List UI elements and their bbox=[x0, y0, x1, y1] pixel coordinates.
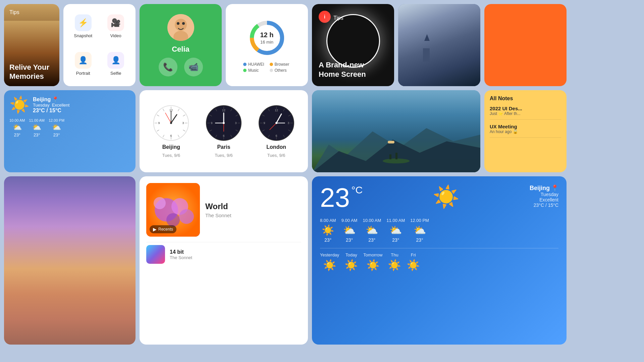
card-weather-small[interactable]: ☀️ Beijing 📍 Tuesday Excellent 23°C / 15… bbox=[4, 90, 136, 172]
forecast-12pm-big: 12.00 PM ⛅ 23° bbox=[410, 218, 429, 243]
svg-point-81 bbox=[154, 197, 166, 209]
recents-label: Recents bbox=[158, 227, 173, 232]
svg-point-82 bbox=[179, 209, 194, 224]
clock-face-paris: 12 3 6 9 bbox=[205, 105, 242, 141]
selfie-tool[interactable]: 👤 Selfie bbox=[100, 45, 132, 83]
clock-date-london: Tues, 9/6 bbox=[267, 153, 285, 158]
card-music[interactable]: ▶ Recents World The Sonnet 14 bit The So… bbox=[140, 176, 308, 345]
note-item-1[interactable]: 2022 UI Des... Just ⭐ After th... bbox=[490, 106, 561, 120]
card-winter-landscape bbox=[398, 4, 480, 86]
card-notes[interactable]: All Notes 2022 UI Des... Just ⭐ After th… bbox=[484, 90, 567, 172]
snapshot-icon: ⚡ bbox=[75, 14, 92, 31]
svg-text:3: 3 bbox=[287, 121, 289, 125]
big-days-row: Yesterday ☀️ Today ☀️ Tomorrow ☀️ Thu ☀️… bbox=[320, 248, 558, 272]
card-orange-partial bbox=[484, 4, 567, 86]
svg-point-50 bbox=[223, 122, 225, 124]
big-weather-day: Tuesday bbox=[530, 192, 558, 197]
big-sun-icon: ☀️ bbox=[433, 185, 460, 209]
forecast-item-10am: 10.00 AM ⛅ 23° bbox=[9, 118, 25, 137]
big-weather-right: Beijing 📍 Tuesday Excellent 23°C / 15°C bbox=[530, 184, 558, 208]
snapshot-tool[interactable]: ⚡ Snapshot bbox=[67, 7, 100, 45]
weather-sun-icon: ☀️ bbox=[9, 96, 30, 114]
donut-chart: 12 h 16 min bbox=[247, 18, 287, 58]
note-preview-1: Just ⭐ After th... bbox=[490, 111, 561, 116]
music-second-track-info: 14 bit The Sonnet bbox=[170, 249, 192, 260]
day-today: Today ☀️ bbox=[344, 252, 358, 272]
card-celia[interactable]: Celia 📞 📹 bbox=[140, 4, 222, 86]
svg-rect-76 bbox=[395, 153, 397, 159]
weather-info: Beijing 📍 Tuesday Excellent 23°C / 15°C bbox=[33, 96, 130, 114]
clock-city-london: London bbox=[266, 144, 286, 150]
clock-city-paris: Paris bbox=[217, 144, 230, 150]
weather-top: ☀️ Beijing 📍 Tuesday Excellent 23°C / 15… bbox=[9, 96, 130, 114]
main-grid: Tips Relive YourMemories ⚡ Snapshot 🎥 Vi… bbox=[0, 0, 644, 362]
card-usage[interactable]: 12 h 16 min HUAWEI Browser Music Others bbox=[226, 4, 308, 86]
tips-red-icon: i bbox=[319, 11, 331, 23]
forecast-11am-big: 11.00 AM ⛅ 23° bbox=[386, 218, 405, 243]
big-temp-value: 23 bbox=[320, 183, 350, 213]
donut-hours: 12 h bbox=[260, 31, 273, 39]
big-temp-container: 23 °C bbox=[320, 184, 363, 211]
svg-point-80 bbox=[166, 213, 180, 227]
card-clocks[interactable]: 12 3 6 9 Beijing Tues, 9/6 bbox=[140, 90, 308, 172]
svg-rect-75 bbox=[389, 154, 391, 159]
clock-paris: 12 3 6 9 Paris Tues, 9/6 bbox=[205, 105, 242, 158]
card-tips-landscape[interactable]: Tips Relive YourMemories bbox=[4, 4, 59, 86]
clock-city-beijing: Beijing bbox=[162, 144, 180, 150]
big-weather-temp-range: 23°C / 15°C bbox=[530, 202, 558, 208]
legend-others-label: Others bbox=[275, 68, 287, 73]
legend-music-label: Music bbox=[248, 68, 259, 73]
music-main-title: World bbox=[205, 202, 231, 211]
music-second-item[interactable]: 14 bit The Sonnet bbox=[146, 242, 301, 266]
music-main-item: ▶ Recents World The Sonnet bbox=[146, 183, 301, 237]
recents-badge[interactable]: ▶ Recents bbox=[150, 225, 176, 233]
big-weather-top: 23 °C ☀️ Beijing 📍 Tuesday Excellent 23°… bbox=[320, 184, 558, 211]
card-lake-landscape bbox=[312, 90, 480, 172]
legend-others-dot bbox=[270, 69, 273, 72]
note-name-2: UX Meeting bbox=[490, 124, 561, 129]
svg-point-3 bbox=[177, 22, 179, 25]
note-name-1: 2022 UI Des... bbox=[490, 106, 561, 111]
selfie-label: Selfie bbox=[110, 71, 121, 76]
video-tool[interactable]: 🎥 Video bbox=[100, 7, 132, 45]
card-big-weather[interactable]: 23 °C ☀️ Beijing 📍 Tuesday Excellent 23°… bbox=[312, 176, 567, 345]
svg-text:12: 12 bbox=[275, 109, 278, 112]
big-weather-condition: Excellent bbox=[530, 197, 558, 202]
celia-buttons: 📞 📹 bbox=[159, 58, 203, 76]
weather-forecast: 10.00 AM ⛅ 23° 11.00 AM ⛅ 23° 12.00 PM ⛅… bbox=[9, 118, 130, 137]
forecast-9am: 9.00 AM ⛅ 23° bbox=[341, 218, 358, 243]
weather-city: Beijing 📍 bbox=[33, 96, 130, 103]
card-camera-tools: ⚡ Snapshot 🎥 Video 👤 Portrait 👤 Selfie bbox=[63, 4, 136, 86]
legend-music: Music bbox=[243, 68, 264, 73]
clock-date-beijing: Tues, 9/6 bbox=[162, 153, 180, 158]
svg-text:9: 9 bbox=[158, 121, 160, 125]
clock-london: 12 3 6 9 London Tues, 9/6 bbox=[258, 105, 295, 158]
legend-others: Others bbox=[270, 68, 291, 73]
memories-text: Relive YourMemories bbox=[9, 63, 49, 81]
card-tips-black[interactable]: i Tips A Brand-newHome Screen bbox=[312, 4, 394, 86]
legend-browser: Browser bbox=[270, 62, 291, 67]
note-item-2[interactable]: UX Meeting An hour ago 🔒 bbox=[490, 124, 561, 138]
svg-text:9: 9 bbox=[211, 121, 212, 125]
celia-video-button[interactable]: 📹 bbox=[184, 58, 203, 76]
clock-face-london: 12 3 6 9 bbox=[258, 105, 295, 141]
usage-legend: HUAWEI Browser Music Others bbox=[243, 62, 290, 73]
celia-call-button[interactable]: 📞 bbox=[159, 58, 177, 76]
forecast-item-12pm: 12.00 PM ⛅ 23° bbox=[49, 118, 64, 137]
weather-temp: 23°C / 15°C bbox=[33, 108, 130, 114]
portrait-label: Portrait bbox=[76, 71, 90, 76]
big-temp-unit: °C bbox=[351, 184, 363, 195]
legend-music-dot bbox=[243, 69, 247, 72]
svg-text:12: 12 bbox=[222, 109, 225, 112]
legend-huawei: HUAWEI bbox=[243, 62, 264, 67]
clock-beijing: 12 3 6 9 Beijing Tues, 9/6 bbox=[153, 105, 190, 158]
music-second-title: 14 bit bbox=[170, 249, 192, 255]
legend-huawei-label: HUAWEI bbox=[248, 62, 264, 67]
legend-browser-dot bbox=[270, 63, 273, 66]
donut-mins: 16 min bbox=[260, 39, 273, 44]
video-icon: 🎥 bbox=[107, 14, 124, 31]
notes-title: All Notes bbox=[490, 96, 561, 102]
celia-avatar bbox=[167, 14, 194, 41]
portrait-tool[interactable]: 👤 Portrait bbox=[67, 45, 100, 83]
day-thu: Thu ☀️ bbox=[388, 252, 401, 272]
